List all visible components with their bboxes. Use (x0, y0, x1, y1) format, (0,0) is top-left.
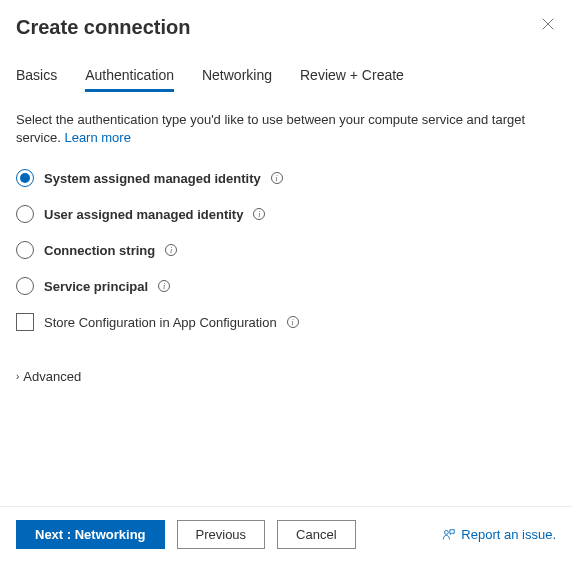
svg-point-0 (445, 530, 449, 534)
description-text: Select the authentication type you'd lik… (16, 111, 556, 147)
footer: Next : Networking Previous Cancel Report… (16, 520, 556, 549)
advanced-label: Advanced (23, 369, 81, 384)
page-title: Create connection (16, 16, 190, 39)
tab-review-create[interactable]: Review + Create (300, 67, 404, 92)
auth-type-group: System assigned managed identity i User … (16, 169, 556, 295)
report-issue-label: Report an issue. (461, 527, 556, 542)
learn-more-link[interactable]: Learn more (64, 130, 130, 145)
cancel-button[interactable]: Cancel (277, 520, 355, 549)
close-icon[interactable] (540, 16, 556, 32)
radio-user-identity[interactable] (16, 205, 34, 223)
info-icon[interactable]: i (271, 172, 283, 184)
radio-service-principal[interactable] (16, 277, 34, 295)
tab-authentication[interactable]: Authentication (85, 67, 174, 92)
tab-networking[interactable]: Networking (202, 67, 272, 92)
tab-bar: Basics Authentication Networking Review … (16, 67, 556, 93)
tab-basics[interactable]: Basics (16, 67, 57, 92)
advanced-toggle[interactable]: › Advanced (16, 369, 556, 384)
info-icon[interactable]: i (165, 244, 177, 256)
chevron-right-icon: › (16, 371, 19, 382)
radio-connection-string-label: Connection string (44, 243, 155, 258)
next-button[interactable]: Next : Networking (16, 520, 165, 549)
info-icon[interactable]: i (287, 316, 299, 328)
info-icon[interactable]: i (253, 208, 265, 220)
radio-system-identity-label: System assigned managed identity (44, 171, 261, 186)
footer-separator (0, 506, 572, 507)
store-config-label: Store Configuration in App Configuration (44, 315, 277, 330)
radio-user-identity-label: User assigned managed identity (44, 207, 243, 222)
store-config-checkbox[interactable] (16, 313, 34, 331)
report-issue-link[interactable]: Report an issue. (442, 527, 556, 542)
radio-system-identity[interactable] (16, 169, 34, 187)
person-feedback-icon (442, 528, 456, 542)
radio-connection-string[interactable] (16, 241, 34, 259)
radio-service-principal-label: Service principal (44, 279, 148, 294)
info-icon[interactable]: i (158, 280, 170, 292)
previous-button[interactable]: Previous (177, 520, 266, 549)
